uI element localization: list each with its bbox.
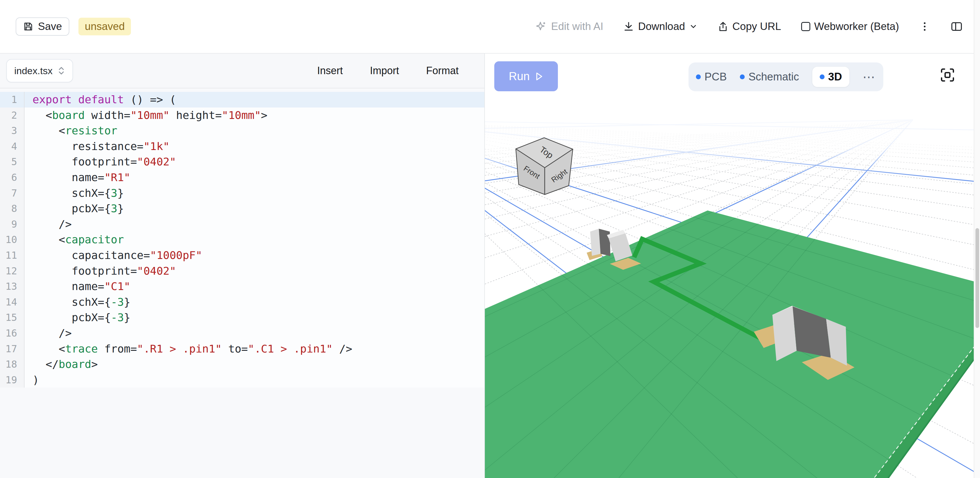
- line-content: capacitance="1000pF": [24, 248, 484, 263]
- line-number: 12: [0, 263, 24, 279]
- code-line[interactable]: 2 <board width="10mm" height="10mm">: [0, 108, 484, 123]
- tab-pcb[interactable]: PCB: [696, 71, 727, 83]
- copy-url-button[interactable]: Copy URL: [718, 21, 781, 33]
- toolbar-left-group: Save unsaved: [16, 17, 131, 36]
- copy-url-label: Copy URL: [732, 21, 781, 33]
- line-number: 4: [0, 138, 24, 154]
- line-number: 17: [0, 341, 24, 357]
- save-button[interactable]: Save: [16, 17, 69, 36]
- run-button[interactable]: Run: [494, 61, 558, 91]
- webworker-checkbox[interactable]: [801, 22, 810, 31]
- line-content: </board>: [24, 357, 484, 372]
- code-line[interactable]: 15 pcbX={-3}: [0, 310, 484, 326]
- share-icon: [718, 21, 729, 32]
- sparkles-icon: [536, 21, 547, 32]
- top-toolbar: Save unsaved Edit with AI: [0, 0, 980, 54]
- schematic-dot-icon: [740, 75, 745, 79]
- code-line[interactable]: 17 <trace from=".R1 > .pin1" to=".C1 > .…: [0, 341, 484, 357]
- line-content: <board width="10mm" height="10mm">: [24, 108, 484, 123]
- edit-with-ai-button[interactable]: Edit with AI: [536, 21, 603, 33]
- play-icon: [535, 72, 543, 81]
- line-content: schX={-3}: [24, 294, 484, 310]
- view-tabs: PCB Schematic 3D ⋯: [689, 62, 883, 91]
- line-number: 6: [0, 170, 24, 186]
- orientation-nav-cube[interactable]: Top Front Right: [516, 138, 573, 195]
- chevron-up-down-icon: [57, 66, 65, 76]
- editor-actions: Insert Import Format: [317, 65, 459, 77]
- file-selector[interactable]: index.tsx: [6, 59, 73, 83]
- download-label: Download: [638, 21, 685, 33]
- line-content: export default () => (: [24, 92, 484, 108]
- line-number: 19: [0, 372, 24, 388]
- import-button[interactable]: Import: [370, 65, 399, 77]
- code-line[interactable]: 13 name="C1": [0, 279, 484, 294]
- line-content: resistance="1k": [24, 138, 484, 154]
- preview-panel: Top Front Right Run PCB Sche: [485, 54, 980, 478]
- toolbar-right-group: Edit with AI Download: [536, 21, 963, 33]
- code-line[interactable]: 1export default () => (: [0, 92, 484, 108]
- line-content: pcbX={-3}: [24, 310, 484, 326]
- code-area[interactable]: 1export default () => (2 <board width="1…: [0, 88, 484, 478]
- code-line[interactable]: 8 pcbX={3}: [0, 201, 484, 216]
- code-line[interactable]: 9 />: [0, 216, 484, 232]
- line-number: 16: [0, 326, 24, 341]
- line-number: 7: [0, 186, 24, 201]
- code-line[interactable]: 16 />: [0, 326, 484, 341]
- tab-pcb-label: PCB: [705, 71, 727, 83]
- tab-3d[interactable]: 3D: [812, 67, 850, 87]
- line-number: 11: [0, 248, 24, 263]
- pcb-3d-viewport[interactable]: Top Front Right: [485, 54, 980, 478]
- pcb-dot-icon: [696, 75, 701, 79]
- code-line[interactable]: 7 schX={3}: [0, 186, 484, 201]
- code-line[interactable]: 10 <capacitor: [0, 232, 484, 248]
- code-line[interactable]: 6 name="R1": [0, 170, 484, 186]
- r1-left-cap: [590, 229, 601, 256]
- line-number: 18: [0, 357, 24, 372]
- three-d-dot-icon: [820, 75, 824, 79]
- tabs-overflow-button[interactable]: ⋯: [862, 70, 876, 84]
- line-content: footprint="0402": [24, 263, 484, 279]
- scrollbar-thumb[interactable]: [975, 228, 979, 328]
- code-line[interactable]: 19): [0, 372, 484, 388]
- line-content: footprint="0402": [24, 154, 484, 170]
- line-number: 13: [0, 279, 24, 294]
- code-line[interactable]: 11 capacitance="1000pF": [0, 248, 484, 263]
- code-line[interactable]: 12 footprint="0402": [0, 263, 484, 279]
- code-line[interactable]: 3 <resistor: [0, 123, 484, 138]
- download-button[interactable]: Download: [623, 21, 698, 33]
- insert-button[interactable]: Insert: [317, 65, 343, 77]
- download-icon: [623, 21, 634, 32]
- line-number: 15: [0, 310, 24, 326]
- line-number: 2: [0, 108, 24, 123]
- line-content: <trace from=".R1 > .pin1" to=".C1 > .pin…: [24, 341, 484, 357]
- code-line[interactable]: 5 footprint="0402": [0, 154, 484, 170]
- tab-schematic[interactable]: Schematic: [740, 71, 799, 83]
- unsaved-status-badge: unsaved: [78, 17, 131, 35]
- run-label: Run: [509, 70, 530, 83]
- code-editor-panel: index.tsx Insert Import Format 1export d…: [0, 54, 485, 478]
- line-content: schX={3}: [24, 186, 484, 201]
- webworker-label: Webworker (Beta): [814, 21, 899, 33]
- line-number: 8: [0, 201, 24, 216]
- sidebar-panel-icon: [950, 21, 963, 32]
- more-options-button[interactable]: [919, 21, 931, 32]
- line-content: name="R1": [24, 170, 484, 186]
- line-number: 3: [0, 123, 24, 138]
- line-number: 14: [0, 294, 24, 310]
- format-button[interactable]: Format: [426, 65, 459, 77]
- code-line[interactable]: 4 resistance="1k": [0, 138, 484, 154]
- toggle-sidebar-button[interactable]: [950, 21, 963, 32]
- line-number: 1: [0, 92, 24, 108]
- code-line[interactable]: 18 </board>: [0, 357, 484, 372]
- line-content: name="C1": [24, 279, 484, 294]
- line-number: 5: [0, 154, 24, 170]
- window-scrollbar[interactable]: [974, 0, 980, 478]
- code-line[interactable]: 14 schX={-3}: [0, 294, 484, 310]
- fullscreen-button[interactable]: [939, 67, 956, 83]
- save-button-label: Save: [38, 21, 62, 33]
- webworker-toggle[interactable]: Webworker (Beta): [801, 21, 899, 33]
- chevron-down-icon: [689, 22, 698, 31]
- line-number: 10: [0, 232, 24, 248]
- line-content: pcbX={3}: [24, 201, 484, 216]
- save-icon: [23, 21, 33, 32]
